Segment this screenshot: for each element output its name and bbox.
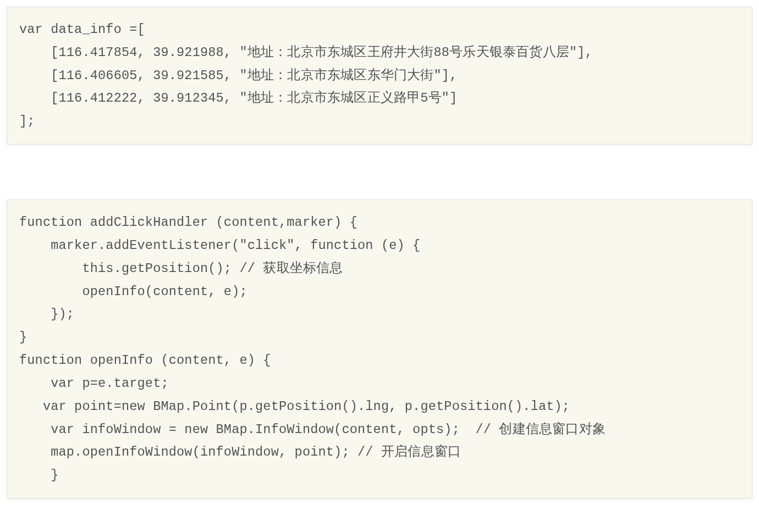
code-block-2: function addClickHandler (content,marker… (7, 199, 752, 498)
code-block-1: var data_info =[ [116.417854, 39.921988,… (7, 7, 752, 145)
